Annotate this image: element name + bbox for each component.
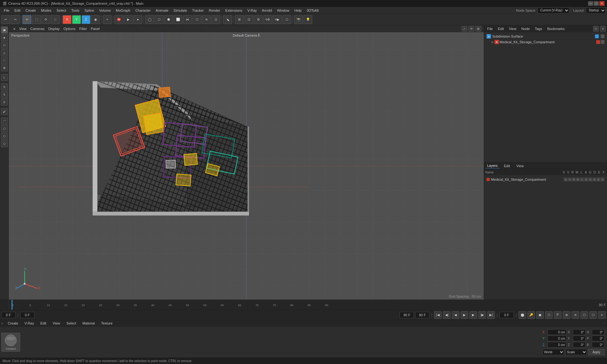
sculpt2-tool[interactable]: ⬡ [1,125,8,132]
play-button[interactable]: ▶ [461,311,468,319]
layer-mode[interactable]: L [1,74,8,81]
play-anim[interactable]: ▶ [124,15,133,24]
layer-row-1[interactable]: Medical_Kit_Storage_Compartment S V R M … [485,177,606,182]
next-key-button[interactable]: |▶ [478,311,486,319]
x-rot-input[interactable]: 0° [573,329,586,335]
menu-arnold[interactable]: Arnold [259,8,274,13]
layout-select[interactable]: Startup [586,7,606,14]
deform-tool[interactable]: ≋ [202,15,211,24]
content-tab-select[interactable]: Select [64,321,78,326]
content-menu-icon[interactable]: ≡ [1,321,3,325]
select-tool[interactable]: ⬚ [32,15,41,24]
paint-tool[interactable]: 🖌 [1,108,8,115]
content-tab-create[interactable]: Create [6,321,20,326]
obj-tab-node[interactable]: Node [519,26,531,31]
menu-volume[interactable]: Volume [97,8,113,13]
layer-icon-r[interactable]: R [572,178,576,181]
obj-tab-view[interactable]: View [507,26,518,31]
sculpt4-tool[interactable]: ⬡ [1,140,8,147]
sculpt3-tool[interactable]: ⬡ [1,133,8,140]
viewport-menu-icon[interactable]: ≡ [11,26,17,31]
motion-clip-button[interactable]: ≡ [598,311,606,319]
key-rot-button[interactable]: ⊕ [563,311,570,319]
h-input[interactable]: 0° [592,329,604,335]
layers-tab-layers[interactable]: Layers [485,163,500,168]
poly-mode[interactable]: □ [1,57,8,64]
go-start-button[interactable]: |◀ [434,311,442,319]
content-tab-texture[interactable]: Texture [99,321,114,326]
fps-input-2[interactable] [415,312,429,318]
minimize-button[interactable]: ─ [588,1,593,6]
layer-icon-g[interactable]: G [588,178,592,181]
snap2-tool[interactable]: S [1,91,8,98]
key-param-button[interactable]: ⬠ [580,311,588,319]
render-region[interactable]: ⊞ [235,15,244,24]
snap3-tool[interactable]: S [1,99,8,106]
viewport-canvas[interactable]: Perspective Default Camera ⁑ Grid Spacin… [9,32,484,300]
object-row-subdivision[interactable]: ◈ Subdivision Surface [485,33,606,39]
frame-start-input[interactable] [1,312,15,318]
menu-select[interactable]: Select [54,8,69,13]
world-axis[interactable]: ◉ [91,15,100,24]
apply-button[interactable]: Apply [588,349,604,355]
frame-current-input[interactable] [20,312,34,318]
scale-select[interactable]: Scale [566,349,587,355]
layer-icon-v[interactable]: V [568,178,572,181]
cylinder-tool[interactable]: ⬟ [164,15,173,24]
record-anim[interactable]: ● [133,15,142,24]
viewport-tab-panel[interactable]: Panel [89,26,101,31]
y-rot-input[interactable]: 0° [573,336,586,341]
close-button[interactable]: ✕ [599,1,604,6]
texture-mode[interactable]: ◈ [1,34,8,41]
stop-anim[interactable]: ⛔ [114,15,123,24]
obj-tab-bookmarks[interactable]: Bookmarks [545,26,567,31]
menu-extensions[interactable]: Extensions [223,8,245,13]
menu-edit[interactable]: Edit [12,8,23,13]
content-tab-view[interactable]: View [51,321,62,326]
uv-mode[interactable]: ⊞ [1,64,8,71]
p-input[interactable]: 0° [592,336,604,341]
window-controls[interactable]: ─ □ ✕ [588,1,604,6]
menu-window[interactable]: Window [274,8,292,13]
world-select[interactable]: World [543,349,564,355]
layer-icon-x[interactable]: X [601,178,604,181]
snap-tool[interactable]: S [1,83,8,90]
layer-icon-e[interactable]: E [597,178,600,181]
viewport-expand[interactable]: ⤢ [462,26,467,32]
box-tool[interactable]: □ [51,15,60,24]
menu-mograph[interactable]: MoGraph [113,8,133,13]
record-button[interactable]: ⬤ [518,311,526,319]
key-pos-button[interactable]: P [554,311,561,319]
x-axis[interactable]: X [63,15,71,24]
go-end-button[interactable]: ▶| [487,311,495,319]
layer-icon-m[interactable]: M [576,178,580,181]
obj-tab-file[interactable]: File [485,26,495,31]
menu-create[interactable]: Create [23,8,39,13]
b-input[interactable]: 0° [592,342,604,348]
model-mode[interactable]: ◼ [1,27,8,33]
plane-tool[interactable]: ⬜ [174,15,182,24]
key-sel-button[interactable]: ⬡ [545,311,553,319]
viewport-tab-view[interactable]: View [17,26,28,31]
menu-simulate[interactable]: Simulate [171,8,190,13]
sphere-tool[interactable]: ◯ [145,15,154,24]
obj-tab-edit[interactable]: Edit [496,26,506,31]
layer-icon-l[interactable]: L [580,178,584,181]
effector-tool[interactable]: ⟩⟩ [212,15,220,24]
render-view[interactable]: ⊡ [244,15,253,24]
menu-file[interactable]: File [1,8,12,13]
menu-character[interactable]: Character [133,8,153,13]
layers-tab-view[interactable]: View [514,163,526,168]
key-morph-button[interactable]: ≋ [572,311,579,319]
viewport-tab-options[interactable]: Options [62,26,77,31]
viewport-tab-filter[interactable]: Filter [77,26,89,31]
render-queue[interactable]: ≡⚙ [263,15,272,24]
viewport-tab-display[interactable]: Display [46,26,62,31]
auto-key-button[interactable]: 🔑 [527,311,535,319]
render-preview[interactable]: ⬡ [282,15,291,24]
z-pos-input[interactable]: 0 cm [548,342,567,348]
redo-button[interactable]: ↪ [11,15,20,24]
menu-tools[interactable]: Tools [69,8,82,13]
render-all[interactable]: ≡▶ [273,15,282,24]
viewport-sync[interactable]: ⟲ [469,26,474,32]
